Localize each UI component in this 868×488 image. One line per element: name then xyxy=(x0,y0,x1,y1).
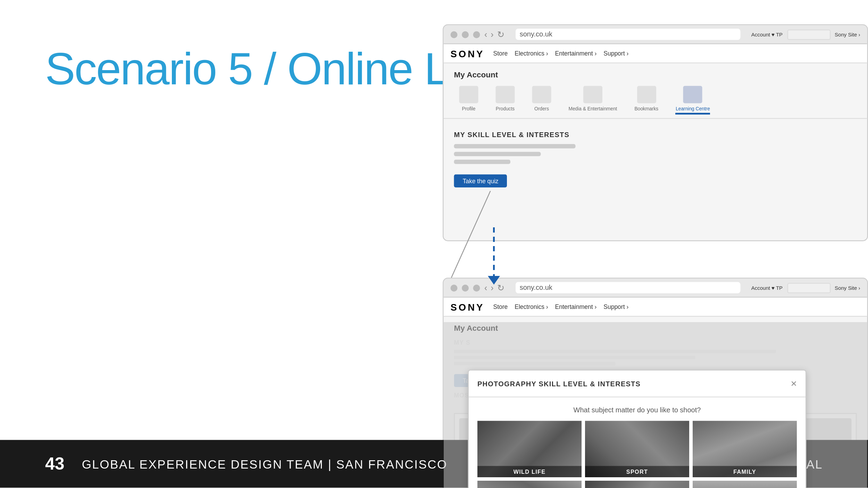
photo-portrait[interactable]: PORTRAIT xyxy=(585,481,689,488)
nav-store[interactable]: Store xyxy=(493,50,508,57)
profile-label: Profile xyxy=(462,106,476,111)
back-icon[interactable]: ‹ xyxy=(484,30,487,39)
modal-title: PHOTOGRAPHY SKILL LEVEL & INTERESTS xyxy=(477,380,641,388)
tab-media[interactable]: Media & Entertainment xyxy=(564,83,623,118)
browser-bottom: ‹ › ↻ sony.co.uk Account ♥ TP Sony Site … xyxy=(443,278,868,488)
chrome-dot-red[interactable] xyxy=(451,31,458,38)
orders-label: Orders xyxy=(534,106,549,111)
bookmarks-label: Bookmarks xyxy=(634,106,658,111)
svg-line-0 xyxy=(451,191,491,278)
sony-nav-bottom: SONY Store Electronics › Entertainment ›… xyxy=(444,298,867,317)
modal-body: What subject matter do you like to shoot… xyxy=(469,397,806,488)
nav-links-bottom: Store Electronics › Entertainment › Supp… xyxy=(493,304,628,310)
skill-bar-3 xyxy=(454,160,511,164)
tab-learning[interactable]: Learning Centre xyxy=(670,83,715,118)
photo-sport[interactable]: SPORT xyxy=(585,421,689,478)
tab-orders[interactable]: Orders xyxy=(527,83,557,118)
url-bar[interactable]: sony.co.uk xyxy=(515,29,740,40)
chrome-nav: ‹ › ↻ xyxy=(484,30,504,39)
sony-nav-top: SONY Store Electronics › Entertainment ›… xyxy=(444,44,867,64)
skill-section-title: MY SKILL LEVEL & INTERESTS xyxy=(454,131,857,139)
photography-quiz-modal: PHOTOGRAPHY SKILL LEVEL & INTERESTS × Wh… xyxy=(468,370,807,488)
refresh-icon[interactable]: ↻ xyxy=(497,30,504,39)
tab-profile[interactable]: Profile xyxy=(454,83,484,118)
modal-overlay: PHOTOGRAPHY SKILL LEVEL & INTERESTS × Wh… xyxy=(444,322,867,488)
my-account-header-top: My Account xyxy=(444,64,867,83)
products-label: Products xyxy=(496,106,515,111)
modal-close-button[interactable]: × xyxy=(791,378,797,390)
learning-label: Learning Centre xyxy=(676,106,710,115)
page-number: 43 xyxy=(45,454,65,474)
nav-electronics-b[interactable]: Electronics › xyxy=(515,304,548,310)
account-tabs: Profile Products Orders Media & Entertai… xyxy=(444,83,867,119)
nav-electronics[interactable]: Electronics › xyxy=(515,50,548,57)
tab-products[interactable]: Products xyxy=(491,83,520,118)
photo-family[interactable]: FAMILY xyxy=(693,421,797,478)
orders-icon xyxy=(532,86,551,103)
photo-wildlife[interactable]: WILD LIFE xyxy=(477,421,582,478)
chrome-dot-yellow[interactable] xyxy=(462,31,469,38)
nav-search-box[interactable] xyxy=(787,29,831,40)
skill-bar-1 xyxy=(454,144,576,149)
forward-icon[interactable]: › xyxy=(491,30,493,39)
top-content-area: MY SKILL LEVEL & INTERESTS Take the quiz xyxy=(444,126,867,193)
connecting-line xyxy=(443,191,868,295)
photo-travel[interactable]: TRAVEL xyxy=(477,481,582,488)
products-icon xyxy=(496,86,515,103)
nav-store-b[interactable]: Store xyxy=(493,304,508,310)
browser-chrome-top: ‹ › ↻ sony.co.uk Account ♥ TP Sony Site … xyxy=(444,25,867,44)
skill-bar-2 xyxy=(454,152,541,157)
sony-logo-bottom: SONY xyxy=(451,302,485,312)
sony-logo-top: SONY xyxy=(451,48,485,59)
photo-landscape[interactable]: LANDSCAPE xyxy=(693,481,797,488)
tab-bookmarks[interactable]: Bookmarks xyxy=(629,83,663,118)
profile-icon xyxy=(459,86,478,103)
modal-question: What subject matter do you like to shoot… xyxy=(477,406,797,414)
chrome-dot-green[interactable] xyxy=(473,31,480,38)
nav-support-b[interactable]: Support › xyxy=(603,304,628,310)
modal-header: PHOTOGRAPHY SKILL LEVEL & INTERESTS × xyxy=(469,371,806,398)
url-text: sony.co.uk xyxy=(520,31,552,39)
media-icon xyxy=(583,86,602,103)
learning-icon xyxy=(683,86,702,103)
footer-left: 43 GLOBAL EXPERIENCE DESIGN TEAM | SAN F… xyxy=(45,454,448,474)
sport-label: SPORT xyxy=(585,466,689,478)
dotted-connector xyxy=(493,227,495,279)
footer-organization: GLOBAL EXPERIENCE DESIGN TEAM | SAN FRAN… xyxy=(82,457,448,471)
nav-support[interactable]: Support › xyxy=(603,50,628,57)
take-quiz-button[interactable]: Take the quiz xyxy=(454,175,507,188)
bookmarks-icon xyxy=(637,86,656,103)
nav-entertainment-b[interactable]: Entertainment › xyxy=(555,304,597,310)
sony-site-link[interactable]: Sony Site › xyxy=(835,32,860,37)
wildlife-label: WILD LIFE xyxy=(477,466,582,478)
nav-links-top: Store Electronics › Entertainment › Supp… xyxy=(493,50,628,57)
skill-bars xyxy=(454,144,857,164)
nav-account: Account ♥ TP xyxy=(751,32,783,37)
family-label: FAMILY xyxy=(693,466,797,478)
photo-grid: WILD LIFE SPORT FAMILY TRAVEL PORTRAIT xyxy=(477,421,797,488)
nav-entertainment[interactable]: Entertainment › xyxy=(555,50,597,57)
connector-arrow xyxy=(488,276,500,285)
media-label: Media & Entertainment xyxy=(569,106,617,111)
